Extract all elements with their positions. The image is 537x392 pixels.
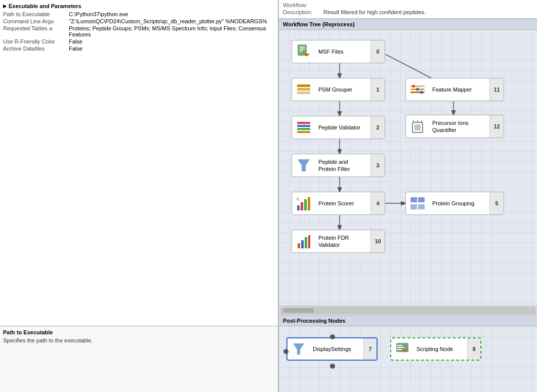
svg-marker-20: [298, 159, 310, 171]
svg-rect-24: [308, 197, 310, 210]
post-section: Post-Processing Nodes DisplaySettings 7: [279, 316, 537, 392]
help-text: Specifies the path to the executable.: [3, 337, 275, 343]
node-filter[interactable]: Peptide andProtein Filter 3: [292, 154, 385, 177]
svg-rect-27: [301, 240, 304, 248]
display-num: 7: [363, 338, 377, 360]
connector-top: [330, 334, 335, 339]
node-fdr[interactable]: Protein FDRValidator 10: [292, 230, 385, 253]
fdr-num: 10: [370, 230, 385, 252]
workflow-row: Workflow:: [283, 2, 533, 8]
right-panel: Workflow: Description: Result filtered f…: [278, 0, 537, 392]
param-value-0: C:\Python37\python.exe: [69, 11, 128, 17]
param-row-3: Use R-Friendly Color False: [3, 38, 275, 45]
grouper-icon: [406, 192, 429, 214]
node-display[interactable]: DisplaySettings 7: [286, 337, 378, 361]
psm-icon: [292, 78, 315, 101]
scrollbar-thumb[interactable]: [283, 309, 314, 313]
svg-rect-9: [300, 47, 305, 48]
svg-rect-44: [418, 204, 425, 209]
workflow-canvas[interactable]: MSF Files 0 PSM Grouper 1: [279, 30, 537, 306]
node-peptide[interactable]: Peptide Validator 2: [292, 116, 385, 139]
help-section: Path to Executable Specifies the path to…: [0, 326, 278, 392]
svg-rect-47: [397, 345, 402, 346]
scripting-num: 9: [467, 338, 480, 360]
post-canvas[interactable]: DisplaySettings 7 Scripting N: [279, 326, 537, 392]
scrollbar-area[interactable]: [279, 306, 537, 316]
grouper-label: Protein Grouping: [429, 200, 489, 207]
top-info: Workflow: Description: Result filtered f…: [279, 0, 537, 19]
feature-num: 11: [489, 78, 504, 101]
scripting-label: Scripting Node: [414, 346, 467, 352]
svg-rect-21: [297, 205, 300, 210]
svg-rect-17: [297, 125, 310, 127]
param-value-4: False: [69, 46, 82, 52]
display-label: DisplaySettings: [310, 346, 363, 352]
scrollbar-track[interactable]: [281, 308, 535, 314]
svg-rect-26: [298, 243, 300, 248]
param-value-1: "Z:\Lumos\QC\PD24\Custom_Scripts\qc_db_r…: [69, 18, 267, 24]
left-panel: Executable and Parameters Path to Execut…: [0, 0, 278, 392]
scorer-icon: Σ: [292, 192, 315, 214]
svg-rect-22: [301, 202, 303, 210]
param-row-4: Archive Datafiles False: [3, 46, 275, 52]
workflow-section: Workflow Tree (Reprocess): [279, 19, 537, 316]
scorer-num: 4: [370, 192, 385, 214]
fdr-icon: [292, 230, 315, 252]
svg-rect-42: [418, 197, 425, 202]
svg-marker-45: [293, 343, 304, 355]
svg-rect-19: [297, 131, 310, 133]
feature-icon: [406, 78, 429, 101]
scripting-icon: [391, 338, 414, 360]
node-grouper[interactable]: Protein Grouping 5: [405, 192, 504, 215]
precursor-icon: [406, 115, 429, 138]
svg-rect-43: [410, 204, 417, 209]
param-label-4: Archive Datafiles: [3, 46, 69, 52]
grouper-num: 5: [489, 192, 504, 214]
precursor-label: Precursor IonsQuantifier: [429, 119, 489, 134]
svg-rect-18: [297, 128, 310, 130]
filter-num: 3: [370, 154, 385, 177]
peptide-num: 2: [370, 116, 385, 139]
description-row: Description: Result filtered for high co…: [283, 9, 533, 15]
param-row-1: Command Line Argu "Z:\Lumos\QC\PD24\Cust…: [3, 18, 275, 24]
msf-num: 0: [370, 40, 385, 63]
workflow-tree-title: Workflow Tree (Reprocess): [279, 19, 537, 30]
description-value: Result filtered for high confident pepti…: [323, 9, 426, 15]
filter-icon: [292, 154, 315, 177]
param-label-0: Path to Executable: [3, 11, 69, 17]
params-title: Executable and Parameters: [3, 3, 275, 9]
connector-left: [283, 349, 288, 354]
param-row-0: Path to Executable C:\Python37\python.ex…: [3, 11, 275, 17]
param-label-2: Requested Tables a: [3, 25, 69, 37]
svg-point-33: [412, 85, 415, 88]
node-scorer[interactable]: Σ Protein Scorer 4: [292, 192, 385, 215]
svg-rect-14: [297, 88, 310, 91]
psm-label: PSM Grouper: [315, 86, 370, 93]
param-row-2: Requested Tables a Proteins; Peptide Gro…: [3, 25, 275, 37]
msf-label: MSF Files: [315, 48, 370, 55]
param-value-3: False: [69, 38, 82, 45]
svg-rect-28: [305, 237, 307, 248]
svg-rect-29: [308, 235, 310, 248]
node-scripting[interactable]: Scripting Node 9: [390, 337, 481, 361]
param-label-3: Use R-Friendly Color: [3, 38, 69, 45]
svg-rect-13: [297, 84, 310, 87]
description-label: Description:: [283, 9, 323, 15]
svg-point-35: [420, 91, 423, 94]
node-precursor[interactable]: Precursor IonsQuantifier 12: [405, 115, 504, 138]
filter-label: Peptide andProtein Filter: [315, 158, 370, 173]
peptide-icon: [292, 116, 315, 139]
node-psm[interactable]: PSM Grouper 1: [292, 78, 385, 101]
connector-bottom: [330, 364, 335, 369]
display-icon: [287, 338, 310, 360]
help-title: Path to Executable: [3, 329, 275, 335]
svg-rect-49: [397, 349, 401, 350]
node-feature[interactable]: Feature Mapper 11: [405, 78, 504, 101]
post-processing-title: Post-Processing Nodes: [279, 316, 537, 326]
svg-rect-23: [304, 199, 307, 210]
node-msf[interactable]: MSF Files 0: [292, 40, 385, 63]
workflow-label: Workflow:: [283, 2, 323, 8]
psm-num: 1: [370, 78, 385, 101]
svg-point-34: [416, 88, 419, 91]
svg-rect-10: [300, 49, 305, 50]
